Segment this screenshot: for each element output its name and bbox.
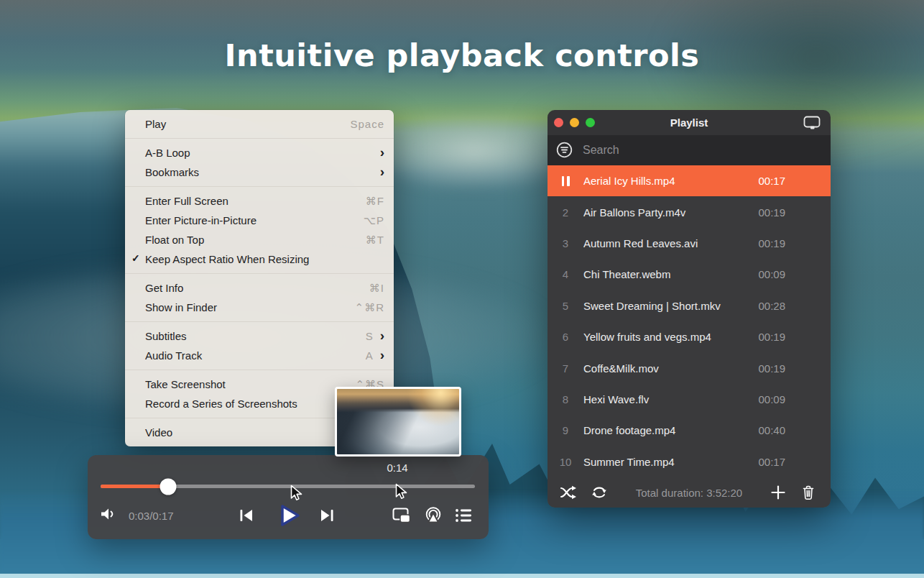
window-traffic-lights — [554, 118, 595, 127]
menu-item-accessory: ⌘I — [369, 282, 384, 295]
menu-item-label: Enter Full Screen — [145, 195, 228, 207]
menu-item-enter-picture-in-picture[interactable]: Enter Picture-in-Picture⌥P — [125, 211, 394, 230]
pause-icon — [548, 176, 583, 186]
detach-window-button[interactable] — [803, 115, 821, 134]
playlist-item[interactable]: 3Autumn Red Leaves.avi00:19 — [548, 228, 831, 259]
playlist-item[interactable]: 9Drone footage.mp400:40 — [548, 415, 831, 446]
volume-icon — [99, 505, 118, 523]
playlist-item-duration: 00:09 — [751, 393, 785, 405]
playlist-item[interactable]: 8Hexi Wave.flv00:09 — [548, 384, 831, 415]
page-title: Intuitive playback controls — [0, 37, 924, 73]
menu-item-a-b-loop[interactable]: A-B Loop› — [125, 143, 394, 162]
playlist-item-name: Yellow fruits and vegs.mp4 — [583, 331, 751, 343]
shuffle-icon — [559, 484, 578, 501]
menu-item-accessory: A› — [366, 349, 384, 362]
playlist-footer: Total duration: 3:52:20 — [548, 477, 831, 508]
previous-track-button[interactable] — [237, 506, 256, 525]
chevron-right-icon: › — [380, 165, 384, 178]
time-display: 0:03/0:17 — [129, 510, 174, 522]
menu-item-accessory: › — [380, 165, 384, 179]
playlist-toggle-button[interactable] — [455, 508, 473, 523]
menu-item-accessory: ⌘T — [366, 234, 384, 247]
menu-item-audio-track[interactable]: Audio TrackA› — [125, 346, 394, 365]
menu-separator — [125, 321, 394, 322]
playlist-titlebar: Playlist — [548, 110, 831, 135]
menu-item-label: Audio Track — [145, 349, 202, 362]
menu-shortcut: S — [366, 330, 374, 342]
trash-icon — [801, 485, 816, 500]
search-input[interactable]: Search — [548, 135, 831, 165]
playlist-item-number: 5 — [548, 300, 583, 312]
menu-item-label: Subtitles — [145, 330, 187, 342]
playlist-item-name: Drone footage.mp4 — [583, 424, 751, 436]
airplay-button[interactable] — [423, 506, 443, 525]
menu-item-label: Play — [145, 118, 166, 130]
playlist-item-number: 3 — [548, 237, 583, 249]
minimize-button[interactable] — [570, 118, 579, 127]
menu-item-label: Enter Picture-in-Picture — [145, 214, 257, 226]
playlist-item-number: 9 — [548, 424, 583, 436]
menu-item-accessory: Space — [350, 118, 384, 130]
menu-item-label: Take Screenshot — [145, 378, 226, 390]
chevron-right-icon: › — [380, 348, 384, 362]
play-button[interactable] — [274, 500, 305, 531]
picture-in-picture-icon — [392, 508, 411, 523]
picture-in-picture-button[interactable] — [392, 508, 411, 523]
close-button[interactable] — [554, 118, 563, 127]
repeat-button[interactable] — [589, 484, 609, 501]
playlist-item-number: 10 — [548, 456, 583, 468]
playlist-item-name: Summer Time.mp4 — [583, 456, 751, 468]
menu-item-bookmarks[interactable]: Bookmarks› — [125, 162, 394, 182]
background-bottom-strip — [0, 574, 924, 578]
playlist-item-duration: 00:19 — [751, 331, 785, 343]
playlist-item-duration: 00:19 — [751, 362, 785, 375]
playlist-item[interactable]: 2Air Ballons Party.m4v00:19 — [548, 196, 831, 227]
airplay-icon — [423, 506, 443, 525]
volume-button[interactable] — [99, 505, 118, 523]
playlist-item[interactable]: 5Sweet Dreaming | Short.mkv00:28 — [548, 290, 831, 321]
delete-button[interactable] — [801, 485, 816, 500]
menu-shortcut: A — [366, 349, 374, 362]
menu-shortcut: Space — [350, 118, 384, 130]
seek-bar[interactable] — [101, 485, 475, 488]
playlist-item[interactable]: 7Coffe&Milk.mov00:19 — [548, 352, 831, 383]
menu-item-accessory: ⌃⌘R — [355, 301, 384, 314]
menu-item-get-info[interactable]: Get Info⌘I — [125, 278, 394, 298]
menu-item-label: Get Info — [145, 282, 183, 294]
seek-preview-thumbnail — [335, 387, 461, 457]
menu-item-enter-full-screen[interactable]: Enter Full Screen⌘F — [125, 191, 394, 211]
playlist-item-number: 4 — [548, 268, 583, 280]
playlist-item-name: Air Ballons Party.m4v — [583, 206, 751, 219]
menu-item-show-in-finder[interactable]: Show in Finder⌃⌘R — [125, 298, 394, 317]
menu-item-label: A-B Loop — [145, 147, 190, 159]
menu-separator — [125, 370, 394, 370]
playlist-item-name: Chi Theater.webm — [583, 268, 751, 280]
seek-thumb[interactable] — [160, 478, 176, 495]
menu-item-label: Bookmarks — [145, 166, 199, 178]
menu-item-play[interactable]: PlaySpace — [125, 114, 394, 134]
menu-item-subtitles[interactable]: SubtitlesS› — [125, 326, 394, 346]
playlist-item-name: Sweet Dreaming | Short.mkv — [583, 300, 751, 312]
shuffle-button[interactable] — [559, 484, 578, 501]
playlist-item-number: 7 — [548, 362, 583, 375]
playlist-item-duration: 00:19 — [751, 237, 785, 249]
menu-item-float-on-top[interactable]: Float on Top⌘T — [125, 230, 394, 249]
menu-shortcut: ⌘T — [366, 234, 384, 247]
fullscreen-button[interactable] — [586, 118, 595, 127]
playlist-item[interactable]: 10Summer Time.mp400:17 — [548, 446, 831, 477]
playlist-item-duration: 00:17 — [751, 456, 785, 468]
playlist-list-icon — [455, 508, 473, 523]
playlist-item[interactable]: 6Yellow fruits and vegs.mp400:19 — [548, 321, 831, 352]
next-track-button[interactable] — [318, 506, 336, 525]
menu-item-label: Record a Series of Screenshots — [145, 398, 297, 410]
menu-item-accessory: ⌥P — [364, 214, 384, 227]
playlist-item-number: 6 — [548, 331, 583, 343]
playlist-item-name: Coffe&Milk.mov — [583, 362, 751, 375]
playlist-item[interactable]: Aerial Icy Hills.mp400:17 — [548, 165, 831, 196]
playlist-item[interactable]: 4Chi Theater.webm00:09 — [548, 259, 831, 290]
menu-shortcut: ⌃⌘R — [355, 301, 384, 314]
playlist-window: Playlist Search Aerial Icy Hills.mp400:1… — [548, 110, 831, 508]
add-file-button[interactable] — [770, 485, 786, 500]
menu-item-keep-aspect-ratio-when-resizing[interactable]: ✓Keep Aspect Ratio When Resizing — [125, 249, 394, 269]
seek-progress — [101, 485, 168, 488]
